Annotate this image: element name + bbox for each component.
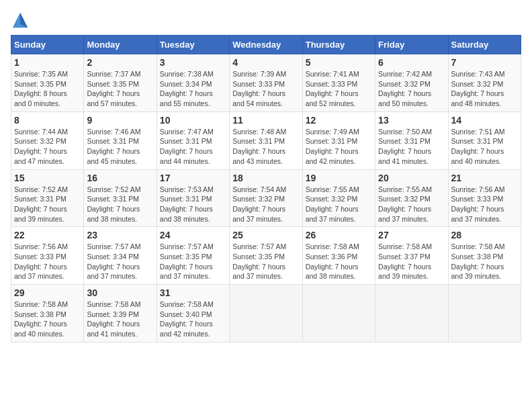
day-detail: Sunrise: 7:52 AMSunset: 3:31 PMDaylight:…: [14, 185, 81, 224]
calendar-cell: 1Sunrise: 7:35 AMSunset: 3:35 PMDaylight…: [11, 54, 84, 112]
day-detail: Sunrise: 7:57 AMSunset: 3:35 PMDaylight:…: [160, 242, 226, 281]
day-number: 2: [87, 57, 153, 68]
calendar-cell: 12Sunrise: 7:49 AMSunset: 3:31 PMDayligh…: [302, 111, 375, 169]
day-detail: Sunrise: 7:44 AMSunset: 3:32 PMDaylight:…: [14, 127, 81, 167]
day-number: 20: [378, 173, 445, 183]
day-number: 24: [160, 230, 226, 240]
calendar-cell: 8Sunrise: 7:44 AMSunset: 3:32 PMDaylight…: [11, 111, 84, 169]
day-detail: Sunrise: 7:38 AMSunset: 3:34 PMDaylight:…: [160, 69, 226, 109]
day-detail: Sunrise: 7:56 AMSunset: 3:33 PMDaylight:…: [451, 185, 518, 224]
day-number: 25: [232, 230, 299, 240]
day-number: 23: [87, 230, 153, 240]
calendar-cell: 26Sunrise: 7:58 AMSunset: 3:36 PMDayligh…: [302, 227, 375, 285]
day-detail: Sunrise: 7:58 AMSunset: 3:38 PMDaylight:…: [14, 300, 81, 339]
day-detail: Sunrise: 7:37 AMSunset: 3:35 PMDaylight:…: [87, 69, 153, 109]
calendar-cell: 23Sunrise: 7:57 AMSunset: 3:34 PMDayligh…: [84, 227, 157, 285]
calendar-cell: [302, 285, 375, 342]
calendar-cell: [448, 285, 521, 342]
day-number: 17: [160, 173, 226, 183]
day-number: 5: [306, 57, 372, 68]
calendar-cell: 25Sunrise: 7:57 AMSunset: 3:35 PMDayligh…: [230, 227, 302, 285]
calendar-cell: 3Sunrise: 7:38 AMSunset: 3:34 PMDaylight…: [157, 54, 229, 112]
day-number: 4: [232, 57, 299, 68]
day-number: 16: [87, 173, 153, 183]
day-number: 8: [14, 115, 81, 126]
day-detail: Sunrise: 7:58 AMSunset: 3:39 PMDaylight:…: [87, 300, 153, 339]
calendar-cell: 28Sunrise: 7:58 AMSunset: 3:38 PMDayligh…: [448, 227, 521, 285]
calendar-cell: 22Sunrise: 7:56 AMSunset: 3:33 PMDayligh…: [11, 227, 84, 285]
calendar-cell: 16Sunrise: 7:52 AMSunset: 3:31 PMDayligh…: [84, 169, 157, 227]
calendar-cell: 24Sunrise: 7:57 AMSunset: 3:35 PMDayligh…: [157, 227, 229, 285]
day-detail: Sunrise: 7:48 AMSunset: 3:31 PMDaylight:…: [232, 127, 299, 167]
week-row-5: 29Sunrise: 7:58 AMSunset: 3:38 PMDayligh…: [11, 285, 521, 342]
day-number: 28: [451, 230, 518, 240]
calendar-cell: 9Sunrise: 7:46 AMSunset: 3:31 PMDaylight…: [84, 111, 157, 169]
calendar-cell: [375, 285, 448, 342]
weekday-header-monday: Monday: [84, 36, 157, 54]
day-number: 9: [87, 115, 153, 126]
day-number: 1: [14, 57, 81, 68]
weekday-header-saturday: Saturday: [448, 36, 521, 54]
day-number: 18: [232, 173, 299, 183]
week-row-4: 22Sunrise: 7:56 AMSunset: 3:33 PMDayligh…: [11, 227, 521, 285]
logo-icon: [11, 11, 30, 30]
day-detail: Sunrise: 7:54 AMSunset: 3:32 PMDaylight:…: [232, 185, 299, 224]
weekday-header-tuesday: Tuesday: [157, 36, 229, 54]
weekday-header-wednesday: Wednesday: [230, 36, 302, 54]
calendar-cell: 29Sunrise: 7:58 AMSunset: 3:38 PMDayligh…: [11, 285, 84, 342]
calendar-cell: 11Sunrise: 7:48 AMSunset: 3:31 PMDayligh…: [230, 111, 302, 169]
day-number: 26: [306, 230, 372, 240]
day-detail: Sunrise: 7:57 AMSunset: 3:34 PMDaylight:…: [87, 242, 153, 281]
day-number: 13: [378, 115, 445, 126]
day-number: 19: [306, 173, 372, 183]
header: [11, 11, 521, 30]
day-detail: Sunrise: 7:39 AMSunset: 3:33 PMDaylight:…: [232, 69, 299, 109]
calendar-cell: 18Sunrise: 7:54 AMSunset: 3:32 PMDayligh…: [230, 169, 302, 227]
calendar-cell: 4Sunrise: 7:39 AMSunset: 3:33 PMDaylight…: [230, 54, 302, 112]
day-detail: Sunrise: 7:35 AMSunset: 3:35 PMDaylight:…: [14, 69, 81, 109]
day-detail: Sunrise: 7:47 AMSunset: 3:31 PMDaylight:…: [160, 127, 226, 167]
day-number: 31: [160, 287, 226, 298]
calendar-cell: 30Sunrise: 7:58 AMSunset: 3:39 PMDayligh…: [84, 285, 157, 342]
day-detail: Sunrise: 7:56 AMSunset: 3:33 PMDaylight:…: [14, 242, 81, 281]
day-detail: Sunrise: 7:43 AMSunset: 3:32 PMDaylight:…: [451, 69, 518, 109]
calendar-cell: 7Sunrise: 7:43 AMSunset: 3:32 PMDaylight…: [448, 54, 521, 112]
day-detail: Sunrise: 7:50 AMSunset: 3:31 PMDaylight:…: [378, 127, 445, 167]
day-detail: Sunrise: 7:42 AMSunset: 3:32 PMDaylight:…: [378, 69, 445, 109]
calendar-cell: 19Sunrise: 7:55 AMSunset: 3:32 PMDayligh…: [302, 169, 375, 227]
day-number: 14: [451, 115, 518, 126]
day-detail: Sunrise: 7:41 AMSunset: 3:33 PMDaylight:…: [306, 69, 372, 109]
day-detail: Sunrise: 7:55 AMSunset: 3:32 PMDaylight:…: [378, 185, 445, 224]
weekday-header-friday: Friday: [375, 36, 448, 54]
day-number: 29: [14, 287, 81, 298]
calendar-cell: 13Sunrise: 7:50 AMSunset: 3:31 PMDayligh…: [375, 111, 448, 169]
calendar-cell: 6Sunrise: 7:42 AMSunset: 3:32 PMDaylight…: [375, 54, 448, 112]
day-number: 30: [87, 287, 153, 298]
calendar-body: 1Sunrise: 7:35 AMSunset: 3:35 PMDaylight…: [11, 54, 521, 342]
calendar-cell: 5Sunrise: 7:41 AMSunset: 3:33 PMDaylight…: [302, 54, 375, 112]
calendar-header: SundayMondayTuesdayWednesdayThursdayFrid…: [11, 36, 521, 54]
day-number: 6: [378, 57, 445, 68]
day-detail: Sunrise: 7:58 AMSunset: 3:38 PMDaylight:…: [451, 242, 518, 281]
week-row-2: 8Sunrise: 7:44 AMSunset: 3:32 PMDaylight…: [11, 111, 521, 169]
day-number: 27: [378, 230, 445, 240]
day-number: 22: [14, 230, 81, 240]
day-number: 10: [160, 115, 226, 126]
day-detail: Sunrise: 7:58 AMSunset: 3:37 PMDaylight:…: [378, 242, 445, 281]
calendar-cell: 27Sunrise: 7:58 AMSunset: 3:37 PMDayligh…: [375, 227, 448, 285]
logo: [11, 11, 32, 30]
calendar-cell: 20Sunrise: 7:55 AMSunset: 3:32 PMDayligh…: [375, 169, 448, 227]
weekday-header-thursday: Thursday: [302, 36, 375, 54]
day-number: 11: [232, 115, 299, 126]
day-number: 12: [306, 115, 372, 126]
day-number: 15: [14, 173, 81, 183]
day-detail: Sunrise: 7:55 AMSunset: 3:32 PMDaylight:…: [306, 185, 372, 224]
calendar-cell: 21Sunrise: 7:56 AMSunset: 3:33 PMDayligh…: [448, 169, 521, 227]
day-number: 7: [451, 57, 518, 68]
day-detail: Sunrise: 7:46 AMSunset: 3:31 PMDaylight:…: [87, 127, 153, 167]
day-number: 3: [160, 57, 226, 68]
calendar-table: SundayMondayTuesdayWednesdayThursdayFrid…: [11, 35, 521, 342]
day-detail: Sunrise: 7:49 AMSunset: 3:31 PMDaylight:…: [306, 127, 372, 167]
week-row-1: 1Sunrise: 7:35 AMSunset: 3:35 PMDaylight…: [11, 54, 521, 112]
day-detail: Sunrise: 7:58 AMSunset: 3:36 PMDaylight:…: [306, 242, 372, 281]
